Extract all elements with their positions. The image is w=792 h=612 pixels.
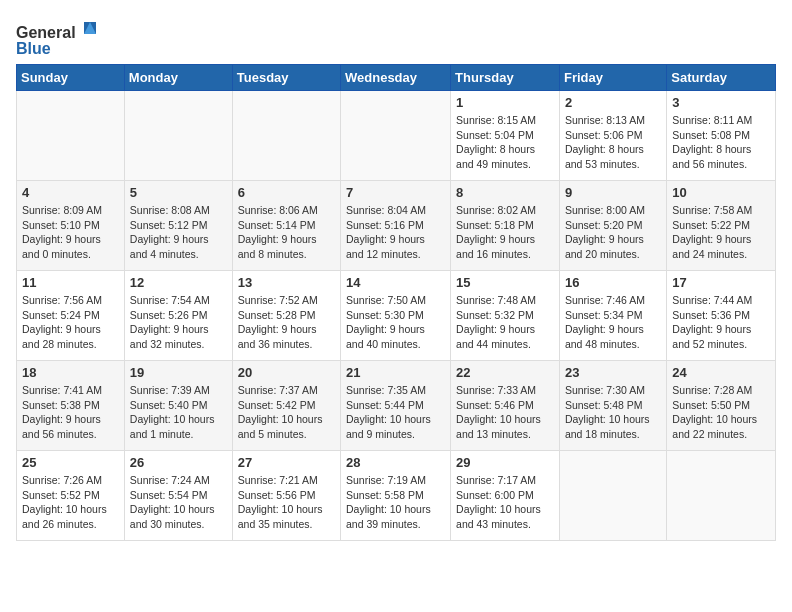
day-info: Sunrise: 7:17 AM Sunset: 6:00 PM Dayligh… [456,473,554,532]
day-info: Sunrise: 7:30 AM Sunset: 5:48 PM Dayligh… [565,383,661,442]
calendar-cell: 7Sunrise: 8:04 AM Sunset: 5:16 PM Daylig… [341,181,451,271]
calendar-cell: 10Sunrise: 7:58 AM Sunset: 5:22 PM Dayli… [667,181,776,271]
calendar-cell: 9Sunrise: 8:00 AM Sunset: 5:20 PM Daylig… [559,181,666,271]
day-info: Sunrise: 7:58 AM Sunset: 5:22 PM Dayligh… [672,203,770,262]
day-info: Sunrise: 7:41 AM Sunset: 5:38 PM Dayligh… [22,383,119,442]
day-info: Sunrise: 7:46 AM Sunset: 5:34 PM Dayligh… [565,293,661,352]
calendar-cell [232,91,340,181]
calendar-week-row: 25Sunrise: 7:26 AM Sunset: 5:52 PM Dayli… [17,451,776,541]
calendar-cell: 13Sunrise: 7:52 AM Sunset: 5:28 PM Dayli… [232,271,340,361]
day-number: 13 [238,275,335,290]
day-info: Sunrise: 7:35 AM Sunset: 5:44 PM Dayligh… [346,383,445,442]
calendar-cell: 17Sunrise: 7:44 AM Sunset: 5:36 PM Dayli… [667,271,776,361]
day-info: Sunrise: 7:39 AM Sunset: 5:40 PM Dayligh… [130,383,227,442]
calendar-cell [124,91,232,181]
calendar-cell [559,451,666,541]
calendar-cell: 26Sunrise: 7:24 AM Sunset: 5:54 PM Dayli… [124,451,232,541]
day-number: 27 [238,455,335,470]
calendar-cell: 20Sunrise: 7:37 AM Sunset: 5:42 PM Dayli… [232,361,340,451]
logo: GeneralBlue [16,20,106,60]
day-info: Sunrise: 7:26 AM Sunset: 5:52 PM Dayligh… [22,473,119,532]
calendar-cell: 19Sunrise: 7:39 AM Sunset: 5:40 PM Dayli… [124,361,232,451]
day-of-week-header: Sunday [17,65,125,91]
calendar-cell: 8Sunrise: 8:02 AM Sunset: 5:18 PM Daylig… [451,181,560,271]
calendar-cell: 2Sunrise: 8:13 AM Sunset: 5:06 PM Daylig… [559,91,666,181]
day-info: Sunrise: 7:48 AM Sunset: 5:32 PM Dayligh… [456,293,554,352]
day-of-week-header: Friday [559,65,666,91]
calendar-header-row: SundayMondayTuesdayWednesdayThursdayFrid… [17,65,776,91]
calendar: SundayMondayTuesdayWednesdayThursdayFrid… [16,64,776,541]
calendar-cell: 25Sunrise: 7:26 AM Sunset: 5:52 PM Dayli… [17,451,125,541]
calendar-cell: 18Sunrise: 7:41 AM Sunset: 5:38 PM Dayli… [17,361,125,451]
svg-text:General: General [16,24,76,41]
day-info: Sunrise: 7:54 AM Sunset: 5:26 PM Dayligh… [130,293,227,352]
calendar-cell: 27Sunrise: 7:21 AM Sunset: 5:56 PM Dayli… [232,451,340,541]
day-number: 26 [130,455,227,470]
day-number: 9 [565,185,661,200]
day-info: Sunrise: 7:19 AM Sunset: 5:58 PM Dayligh… [346,473,445,532]
day-info: Sunrise: 7:56 AM Sunset: 5:24 PM Dayligh… [22,293,119,352]
header: GeneralBlue [16,16,776,60]
day-number: 2 [565,95,661,110]
day-info: Sunrise: 7:28 AM Sunset: 5:50 PM Dayligh… [672,383,770,442]
day-info: Sunrise: 8:08 AM Sunset: 5:12 PM Dayligh… [130,203,227,262]
calendar-week-row: 4Sunrise: 8:09 AM Sunset: 5:10 PM Daylig… [17,181,776,271]
calendar-cell: 12Sunrise: 7:54 AM Sunset: 5:26 PM Dayli… [124,271,232,361]
day-number: 11 [22,275,119,290]
calendar-week-row: 18Sunrise: 7:41 AM Sunset: 5:38 PM Dayli… [17,361,776,451]
day-of-week-header: Wednesday [341,65,451,91]
day-number: 5 [130,185,227,200]
calendar-cell: 22Sunrise: 7:33 AM Sunset: 5:46 PM Dayli… [451,361,560,451]
day-info: Sunrise: 8:11 AM Sunset: 5:08 PM Dayligh… [672,113,770,172]
day-number: 4 [22,185,119,200]
day-number: 12 [130,275,227,290]
day-number: 22 [456,365,554,380]
day-info: Sunrise: 8:06 AM Sunset: 5:14 PM Dayligh… [238,203,335,262]
day-info: Sunrise: 8:02 AM Sunset: 5:18 PM Dayligh… [456,203,554,262]
calendar-cell: 14Sunrise: 7:50 AM Sunset: 5:30 PM Dayli… [341,271,451,361]
day-number: 3 [672,95,770,110]
calendar-cell: 15Sunrise: 7:48 AM Sunset: 5:32 PM Dayli… [451,271,560,361]
day-number: 10 [672,185,770,200]
day-number: 29 [456,455,554,470]
calendar-week-row: 11Sunrise: 7:56 AM Sunset: 5:24 PM Dayli… [17,271,776,361]
calendar-cell: 21Sunrise: 7:35 AM Sunset: 5:44 PM Dayli… [341,361,451,451]
calendar-cell: 5Sunrise: 8:08 AM Sunset: 5:12 PM Daylig… [124,181,232,271]
day-number: 6 [238,185,335,200]
day-number: 28 [346,455,445,470]
day-number: 18 [22,365,119,380]
day-info: Sunrise: 7:50 AM Sunset: 5:30 PM Dayligh… [346,293,445,352]
day-info: Sunrise: 8:13 AM Sunset: 5:06 PM Dayligh… [565,113,661,172]
calendar-cell: 1Sunrise: 8:15 AM Sunset: 5:04 PM Daylig… [451,91,560,181]
calendar-cell: 29Sunrise: 7:17 AM Sunset: 6:00 PM Dayli… [451,451,560,541]
calendar-cell: 11Sunrise: 7:56 AM Sunset: 5:24 PM Dayli… [17,271,125,361]
calendar-cell [17,91,125,181]
day-of-week-header: Monday [124,65,232,91]
day-number: 1 [456,95,554,110]
calendar-cell: 24Sunrise: 7:28 AM Sunset: 5:50 PM Dayli… [667,361,776,451]
day-of-week-header: Saturday [667,65,776,91]
calendar-cell: 23Sunrise: 7:30 AM Sunset: 5:48 PM Dayli… [559,361,666,451]
day-number: 17 [672,275,770,290]
day-info: Sunrise: 7:33 AM Sunset: 5:46 PM Dayligh… [456,383,554,442]
day-info: Sunrise: 8:15 AM Sunset: 5:04 PM Dayligh… [456,113,554,172]
day-info: Sunrise: 7:52 AM Sunset: 5:28 PM Dayligh… [238,293,335,352]
day-number: 20 [238,365,335,380]
svg-text:Blue: Blue [16,40,51,57]
day-info: Sunrise: 7:44 AM Sunset: 5:36 PM Dayligh… [672,293,770,352]
day-number: 15 [456,275,554,290]
day-number: 25 [22,455,119,470]
day-number: 21 [346,365,445,380]
day-number: 16 [565,275,661,290]
day-info: Sunrise: 8:09 AM Sunset: 5:10 PM Dayligh… [22,203,119,262]
calendar-week-row: 1Sunrise: 8:15 AM Sunset: 5:04 PM Daylig… [17,91,776,181]
calendar-cell [667,451,776,541]
day-of-week-header: Tuesday [232,65,340,91]
day-of-week-header: Thursday [451,65,560,91]
calendar-cell: 4Sunrise: 8:09 AM Sunset: 5:10 PM Daylig… [17,181,125,271]
logo-svg: GeneralBlue [16,20,106,60]
day-number: 14 [346,275,445,290]
day-info: Sunrise: 8:00 AM Sunset: 5:20 PM Dayligh… [565,203,661,262]
day-info: Sunrise: 7:21 AM Sunset: 5:56 PM Dayligh… [238,473,335,532]
calendar-cell [341,91,451,181]
